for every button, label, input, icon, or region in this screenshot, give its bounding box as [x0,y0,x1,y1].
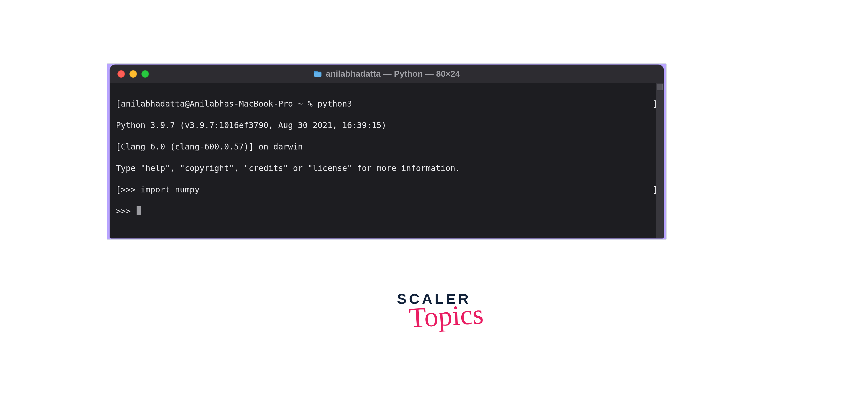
brand-logo-bottom: Topics [408,301,484,330]
brand-logo: SCALER Topics [397,292,471,329]
window-titlebar[interactable]: anilabhadatta — Python — 80×24 [110,65,664,83]
traffic-lights [118,70,149,78]
cursor-icon [136,206,141,215]
page-stage: anilabhadatta — Python — 80×24 [anilabha… [0,0,868,406]
terminal-line: [Clang 6.0 (clang-600.0.57)] on darwin [116,141,658,152]
terminal-line: Python 3.9.7 (v3.9.7:1016ef3790, Aug 30 … [116,120,658,130]
window-title-wrap: anilabhadatta — Python — 80×24 [110,69,664,79]
terminal-body[interactable]: [anilabhadatta@Anilabhas-MacBook-Pro ~ %… [110,83,664,238]
terminal-line: [anilabhadatta@Anilabhas-MacBook-Pro ~ %… [116,98,658,109]
close-icon[interactable] [118,70,125,78]
prompt: >>> [116,206,135,216]
window-title: anilabhadatta — Python — 80×24 [326,69,460,79]
folder-icon [313,69,322,78]
terminal-text: [>>> import numpy [116,184,199,195]
minimize-icon[interactable] [129,70,137,78]
terminal-line: Type "help", "copyright", "credits" or "… [116,163,658,173]
terminal-window[interactable]: anilabhadatta — Python — 80×24 [anilabha… [110,65,664,238]
terminal-text: ] [653,184,658,195]
terminal-text: ] [653,98,658,109]
terminal-line: [>>> import numpy] [116,184,658,195]
terminal-line: >>> [116,206,658,216]
maximize-icon[interactable] [142,70,149,78]
terminal-text: [anilabhadatta@Anilabhas-MacBook-Pro ~ %… [116,98,352,109]
terminal-frame: anilabhadatta — Python — 80×24 [anilabha… [107,63,667,240]
